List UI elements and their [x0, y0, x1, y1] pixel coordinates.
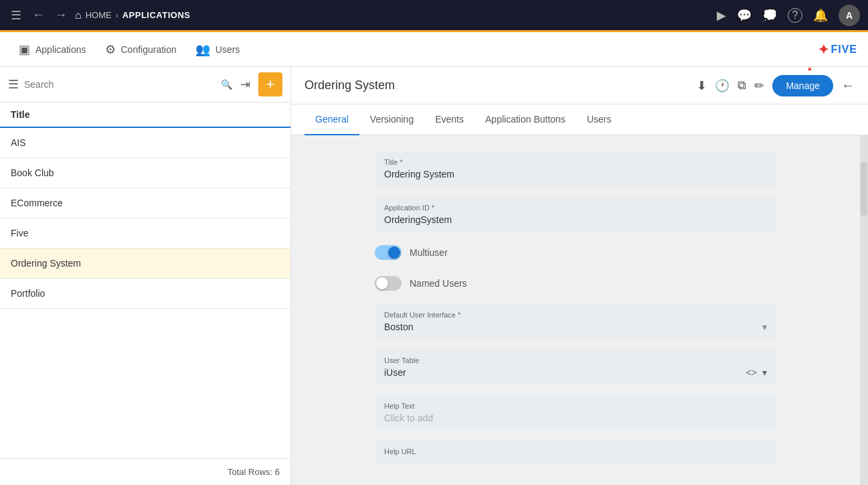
- chat-icon[interactable]: 💭: [762, 8, 777, 23]
- top-nav: ☰ ← → ⌂ HOME › APPLICATIONS ▶ 💬 💭 ? 🔔 A: [0, 0, 868, 32]
- user-table-field[interactable]: User Table iUser <> ▾: [375, 350, 776, 385]
- title-field-label: Title *: [384, 158, 767, 166]
- list-item[interactable]: Five: [0, 218, 290, 249]
- back-nav-icon[interactable]: ←: [29, 5, 47, 25]
- multiuser-row: Multiuser: [375, 242, 776, 263]
- form-area: Title * Ordering System Application ID *…: [291, 135, 860, 485]
- default-ui-select: Boston ▾: [384, 322, 767, 332]
- default-ui-value: Boston: [384, 322, 414, 332]
- speech-bubble-icon[interactable]: 💬: [737, 8, 752, 23]
- filter-icon[interactable]: ☰: [8, 77, 19, 92]
- tab-events[interactable]: Events: [424, 105, 474, 135]
- toggle-knob: [388, 247, 400, 259]
- title-field[interactable]: Title * Ordering System: [375, 151, 776, 186]
- download-icon[interactable]: ⬇: [697, 78, 707, 93]
- export-icon[interactable]: ⇥: [238, 74, 253, 94]
- content-pane: Ordering System ↓ ⬇ 🕐 ⧉ ✏ Manage ← Gener…: [291, 67, 868, 485]
- content-actions: ↓ ⬇ 🕐 ⧉ ✏ Manage ←: [697, 75, 855, 96]
- multiuser-toggle[interactable]: [375, 245, 402, 260]
- chevron-down-icon: ▾: [762, 367, 767, 378]
- content-header: Ordering System ↓ ⬇ 🕐 ⧉ ✏ Manage ←: [291, 67, 868, 105]
- form-inner: Title * Ordering System Application ID *…: [375, 151, 776, 465]
- sub-nav: ▣ Applications ⚙ Configuration 👥 Users ✦…: [0, 32, 868, 67]
- play-icon[interactable]: ▶: [717, 8, 726, 23]
- breadcrumb-arrow: ›: [116, 11, 118, 20]
- five-logo: ✦ FIVE: [818, 42, 857, 58]
- sidebar-item-applications[interactable]: ▣ Applications: [11, 32, 94, 66]
- sidebar-item-configuration[interactable]: ⚙ Configuration: [97, 32, 185, 66]
- named-users-row: Named Users: [375, 273, 776, 293]
- app-id-field-label: Application ID *: [384, 204, 767, 212]
- help-text-label: Help Text: [384, 402, 767, 410]
- avatar[interactable]: A: [839, 5, 860, 26]
- main-layout: ☰ 🔍 ⇥ + Title AIS Book Club ECommerce Fi…: [0, 67, 868, 485]
- search-input[interactable]: [24, 79, 215, 90]
- help-text-field[interactable]: Help Text Click to add: [375, 395, 776, 430]
- list-item-ordering-system[interactable]: Ordering System: [0, 249, 290, 279]
- tab-general[interactable]: General: [305, 105, 359, 135]
- list-item[interactable]: ECommerce: [0, 188, 290, 218]
- default-ui-field[interactable]: Default User Interface * Boston ▾: [375, 304, 776, 339]
- list-item[interactable]: AIS: [0, 128, 290, 158]
- scrollbar-thumb[interactable]: [861, 162, 867, 216]
- content-tabs: General Versioning Events Application Bu…: [291, 105, 868, 135]
- user-table-value: iUser: [384, 367, 406, 378]
- bell-icon[interactable]: 🔔: [813, 8, 828, 23]
- list-item[interactable]: Book Club: [0, 158, 290, 188]
- help-url-label: Help URL: [384, 447, 767, 456]
- applications-icon: ▣: [19, 42, 30, 57]
- configuration-label: Configuration: [121, 44, 177, 55]
- named-users-toggle[interactable]: [375, 276, 402, 291]
- top-nav-right: ▶ 💬 💭 ? 🔔 A: [717, 5, 860, 26]
- back-icon[interactable]: ←: [841, 78, 855, 93]
- breadcrumb: ⌂ HOME › APPLICATIONS: [75, 9, 711, 21]
- title-field-value: Ordering System: [384, 169, 767, 180]
- user-table-label: User Table: [384, 356, 767, 364]
- menu-icon[interactable]: ☰: [8, 5, 24, 25]
- tab-versioning[interactable]: Versioning: [359, 105, 424, 135]
- total-rows-label: Total Rows: 6: [228, 467, 280, 477]
- sidebar-toolbar: ☰ 🔍 ⇥ +: [0, 67, 290, 102]
- configuration-icon: ⚙: [105, 42, 116, 57]
- history-icon[interactable]: 🕐: [715, 78, 729, 93]
- sidebar-column-title: Title: [11, 109, 30, 120]
- help-url-field[interactable]: Help URL: [375, 441, 776, 465]
- home-label[interactable]: HOME: [86, 10, 112, 20]
- user-table-icons: <> ▾: [746, 367, 767, 378]
- app-breadcrumb-label: APPLICATIONS: [122, 10, 191, 20]
- red-arrow-annotation: ↓: [804, 67, 820, 76]
- manage-button[interactable]: Manage: [772, 75, 833, 96]
- users-icon: 👥: [195, 42, 210, 57]
- users-label: Users: [215, 44, 240, 55]
- applications-label: Applications: [35, 44, 86, 55]
- sidebar-header: Title: [0, 102, 290, 128]
- help-text-placeholder: Click to add: [384, 413, 767, 423]
- home-icon: ⌂: [75, 9, 82, 21]
- app-id-field-value: OrderingSystem: [384, 214, 767, 225]
- app-id-field[interactable]: Application ID * OrderingSystem: [375, 197, 776, 232]
- toggle-knob: [376, 277, 388, 289]
- scrollbar[interactable]: [860, 135, 868, 485]
- add-button[interactable]: +: [258, 72, 282, 96]
- edit-icon[interactable]: ✏: [754, 78, 764, 93]
- chevron-down-icon: ▾: [762, 322, 767, 332]
- sidebar: ☰ 🔍 ⇥ + Title AIS Book Club ECommerce Fi…: [0, 67, 291, 485]
- user-table-select: iUser <> ▾: [384, 367, 767, 378]
- forward-nav-icon[interactable]: →: [52, 5, 70, 25]
- page-title: Ordering System: [305, 78, 689, 92]
- help-icon[interactable]: ?: [788, 8, 802, 23]
- tab-users[interactable]: Users: [576, 105, 622, 135]
- tab-application-buttons[interactable]: Application Buttons: [474, 105, 576, 135]
- sidebar-item-users[interactable]: 👥 Users: [187, 32, 248, 66]
- code-icon[interactable]: <>: [746, 367, 757, 378]
- multiuser-label: Multiuser: [410, 247, 448, 258]
- named-users-label: Named Users: [410, 278, 467, 289]
- search-icon[interactable]: 🔍: [221, 79, 232, 90]
- sidebar-footer: Total Rows: 6: [0, 458, 290, 485]
- form-scroll-container: Title * Ordering System Application ID *…: [291, 135, 868, 485]
- default-ui-label: Default User Interface *: [384, 311, 767, 319]
- list-item[interactable]: Portfolio: [0, 279, 290, 309]
- sidebar-list: AIS Book Club ECommerce Five Ordering Sy…: [0, 128, 290, 458]
- copy-icon[interactable]: ⧉: [737, 78, 746, 92]
